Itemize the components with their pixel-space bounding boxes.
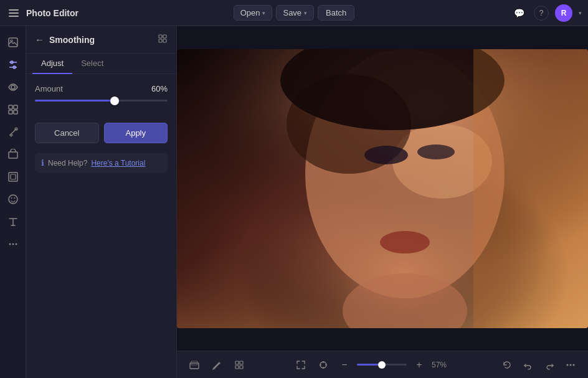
hamburger-menu-icon[interactable] xyxy=(6,7,21,19)
sidebar-icon-text[interactable] xyxy=(3,212,23,232)
action-row: Cancel Apply xyxy=(35,123,168,143)
svg-rect-0 xyxy=(9,38,17,47)
open-chevron-icon: ▾ xyxy=(262,10,265,16)
svg-rect-43 xyxy=(240,366,243,369)
bottom-center: − + 57% xyxy=(254,356,492,374)
sidebar-icon-adjustments[interactable] xyxy=(3,55,23,75)
svg-rect-9 xyxy=(9,110,12,114)
tab-adjust[interactable]: Adjust xyxy=(32,54,72,74)
panel-header: ← Smoothing xyxy=(26,26,176,54)
bottom-left xyxy=(186,356,248,374)
sidebar-icon-images[interactable] xyxy=(3,32,23,52)
sidebar-icon-more[interactable] xyxy=(3,234,23,254)
amount-row: Amount 60% xyxy=(35,84,168,93)
layers-icon[interactable] xyxy=(186,356,203,374)
topbar-center: Open ▾ Save ▾ Batch xyxy=(234,5,355,21)
main-area: ← Smoothing Adjust Select Amount 60% xyxy=(0,26,588,378)
panel-tabs: Adjust Select xyxy=(26,54,176,74)
message-icon[interactable]: 💬 xyxy=(510,4,528,22)
back-button[interactable]: ← xyxy=(35,34,44,45)
zoom-in-button[interactable]: + xyxy=(412,357,427,372)
svg-point-20 xyxy=(15,243,17,245)
svg-rect-23 xyxy=(159,39,162,42)
save-button[interactable]: Save ▾ xyxy=(276,5,314,21)
canvas-viewport[interactable] xyxy=(177,26,588,351)
panel-content: Amount 60% Cancel Apply ℹ Need Help? Her… xyxy=(26,74,176,378)
svg-rect-24 xyxy=(163,39,166,42)
panel-header-left: ← Smoothing xyxy=(35,34,95,45)
smoothing-panel: ← Smoothing Adjust Select Amount 60% xyxy=(26,26,177,378)
topbar-left: Photo Editor xyxy=(6,7,234,19)
fit-to-screen-icon[interactable] xyxy=(292,356,310,374)
panel-title: Smoothing xyxy=(49,35,95,45)
sidebar-icon-overlays[interactable] xyxy=(3,144,23,164)
svg-point-18 xyxy=(9,243,11,245)
open-button[interactable]: Open ▾ xyxy=(234,5,273,21)
icon-sidebar xyxy=(0,26,26,378)
avatar-chevron-icon[interactable]: ▾ xyxy=(579,10,582,16)
svg-rect-13 xyxy=(9,172,17,181)
cancel-button[interactable]: Cancel xyxy=(35,123,99,143)
svg-point-50 xyxy=(570,364,572,366)
photo-display xyxy=(177,49,588,328)
sidebar-icon-effects[interactable] xyxy=(3,100,23,120)
redo-icon[interactable] xyxy=(541,356,558,374)
svg-rect-14 xyxy=(11,174,16,179)
svg-rect-8 xyxy=(14,105,17,109)
svg-rect-41 xyxy=(240,361,243,364)
svg-point-19 xyxy=(12,243,14,245)
svg-rect-7 xyxy=(9,105,12,109)
topbar-right: 💬 ? R ▾ xyxy=(354,4,582,22)
tutorial-link[interactable]: Here's a Tutorial xyxy=(91,159,145,168)
zoom-slider-thumb[interactable] xyxy=(378,361,386,369)
help-icon[interactable]: ? xyxy=(534,6,549,21)
svg-point-32 xyxy=(364,146,408,164)
svg-point-33 xyxy=(417,144,455,159)
bottom-right xyxy=(498,356,579,374)
svg-rect-10 xyxy=(14,110,17,114)
amount-slider-wrap xyxy=(35,100,168,113)
zoom-out-button[interactable]: − xyxy=(337,357,352,372)
svg-rect-12 xyxy=(9,152,17,158)
topbar: Photo Editor Open ▾ Save ▾ Batch 💬 ? R ▾ xyxy=(0,0,588,26)
svg-point-49 xyxy=(567,364,569,366)
svg-rect-21 xyxy=(159,35,162,38)
zoom-percent: 57% xyxy=(432,361,454,369)
sidebar-icon-view[interactable] xyxy=(3,77,23,97)
sidebar-icon-retouch[interactable] xyxy=(3,122,23,142)
help-text: Need Help? xyxy=(48,159,87,168)
svg-rect-40 xyxy=(235,361,239,364)
apply-button[interactable]: Apply xyxy=(104,123,168,143)
bottom-bar: − + 57% xyxy=(177,351,588,378)
photo-svg xyxy=(177,49,588,328)
svg-point-6 xyxy=(11,85,15,89)
avatar[interactable]: R xyxy=(555,4,572,22)
batch-button[interactable]: Batch xyxy=(318,5,354,21)
reset-icon[interactable] xyxy=(498,356,516,374)
zoom-slider-track xyxy=(357,364,407,366)
app-title: Photo Editor xyxy=(26,8,78,18)
undo-icon[interactable] xyxy=(519,356,537,374)
sidebar-icon-stickers[interactable] xyxy=(3,189,23,209)
export-icon[interactable] xyxy=(158,34,168,45)
info-icon: ℹ xyxy=(41,158,44,168)
amount-value: 60% xyxy=(151,84,168,93)
svg-point-16 xyxy=(11,197,12,199)
amount-label: Amount xyxy=(35,84,63,93)
svg-rect-22 xyxy=(163,35,166,38)
tab-select[interactable]: Select xyxy=(72,54,112,74)
svg-point-34 xyxy=(380,231,430,253)
draw-icon[interactable] xyxy=(208,356,225,374)
svg-point-1 xyxy=(11,40,12,42)
svg-point-17 xyxy=(14,197,15,199)
svg-rect-37 xyxy=(473,49,588,328)
grid-view-icon[interactable] xyxy=(230,356,248,374)
center-view-icon[interactable] xyxy=(315,356,332,374)
more-actions-icon[interactable] xyxy=(562,356,579,374)
sidebar-icon-frames[interactable] xyxy=(3,167,23,187)
save-chevron-icon: ▾ xyxy=(304,10,307,16)
svg-rect-42 xyxy=(235,366,239,369)
help-row: ℹ Need Help? Here's a Tutorial xyxy=(35,153,168,172)
svg-point-51 xyxy=(573,364,575,366)
canvas-area: − + 57% xyxy=(177,26,588,378)
